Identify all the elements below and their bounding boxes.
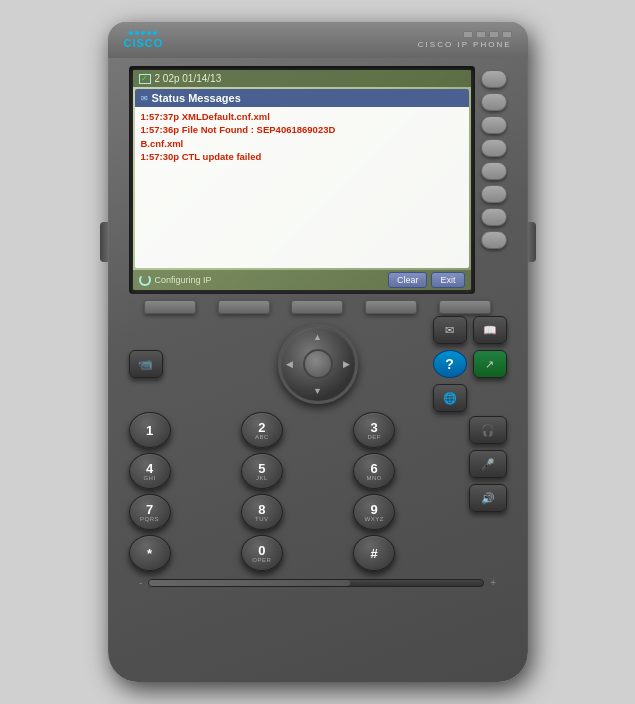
volume-slider[interactable] xyxy=(148,579,484,587)
win-btn-1 xyxy=(463,31,473,38)
transfer-icon: ↗ xyxy=(485,358,494,371)
key-star[interactable]: * xyxy=(129,535,171,571)
right-grip xyxy=(528,222,536,262)
mute-btn[interactable]: 🎤 xyxy=(469,450,507,478)
cisco-dots xyxy=(129,31,157,35)
transfer-btn[interactable]: ↗ xyxy=(473,350,507,378)
nav-down-icon[interactable]: ▼ xyxy=(313,386,322,396)
check-icon: ✓ xyxy=(141,74,148,83)
video-icon: 📹 xyxy=(138,357,153,371)
screen-header: ✓ 2 02p 01/14/13 xyxy=(133,70,471,87)
cisco-dot-4 xyxy=(147,31,151,35)
screen-content: ✓ 2 02p 01/14/13 ✉ Status Messages 1:57:… xyxy=(133,70,471,290)
right-btn-4[interactable] xyxy=(481,139,507,157)
win-btn-3 xyxy=(489,31,499,38)
right-btn-7[interactable] xyxy=(481,208,507,226)
right-btn-3[interactable] xyxy=(481,116,507,134)
status-title-row: ✉ Status Messages xyxy=(135,89,469,107)
keypad-grid: 1 2ABC 3DEF 4GHI 5JKL 6MNO 7PQRS 8TUV 9W… xyxy=(129,412,461,571)
key-7[interactable]: 7PQRS xyxy=(129,494,171,530)
status-msg-1: 1:57:37p XMLDefault.cnf.xml xyxy=(141,110,463,123)
cisco-dot-5 xyxy=(153,31,157,35)
right-btn-5[interactable] xyxy=(481,162,507,180)
func-btn-row-1: ✉ 📖 xyxy=(433,316,507,344)
screen-section: ✓ 2 02p 01/14/13 ✉ Status Messages 1:57:… xyxy=(129,66,507,294)
right-btn-2[interactable] xyxy=(481,93,507,111)
screen-bezel: ✓ 2 02p 01/14/13 ✉ Status Messages 1:57:… xyxy=(129,66,475,294)
help-btn[interactable]: ? xyxy=(433,350,467,378)
top-right-controls: CISCO IP PHONE xyxy=(418,31,512,49)
key-4[interactable]: 4GHI xyxy=(129,453,171,489)
config-ip-area: Configuring IP xyxy=(139,274,212,286)
status-msg-3: B.cnf.xml xyxy=(141,137,463,150)
keypad-section: 1 2ABC 3DEF 4GHI 5JKL 6MNO 7PQRS 8TUV 9W… xyxy=(129,412,507,571)
key-8[interactable]: 8TUV xyxy=(241,494,283,530)
key-2[interactable]: 2ABC xyxy=(241,412,283,448)
status-messages-list: 1:57:37p XMLDefault.cnf.xml 1:57:36p Fil… xyxy=(135,107,469,268)
status-title: Status Messages xyxy=(152,92,241,104)
config-status: Configuring IP xyxy=(155,275,212,285)
exit-button[interactable]: Exit xyxy=(431,272,464,288)
nav-section: 📹 ▲ ▼ ◀ ▶ ✉ 📖 ? xyxy=(129,324,507,404)
speaker-icon: 🔊 xyxy=(481,492,495,505)
vol-plus-label[interactable]: + xyxy=(490,577,496,588)
keypad-right: 🎧 🎤 🔊 xyxy=(469,412,507,571)
video-call-btn[interactable]: 📹 xyxy=(129,350,163,378)
left-grip xyxy=(100,222,108,262)
messages-btn[interactable]: ✉ xyxy=(433,316,467,344)
function-buttons-right: ✉ 📖 ? ↗ 🌐 xyxy=(433,316,507,412)
cisco-dot-2 xyxy=(135,31,139,35)
key-9[interactable]: 9WXYZ xyxy=(353,494,395,530)
win-btn-4 xyxy=(502,31,512,38)
key-6[interactable]: 6MNO xyxy=(353,453,395,489)
config-spinner-icon xyxy=(139,274,151,286)
vol-minus-label[interactable]: - xyxy=(139,577,142,588)
headset-icon: 🎧 xyxy=(481,424,495,437)
help-icon: ? xyxy=(445,356,454,372)
function-buttons-left: 📹 xyxy=(129,350,163,378)
softkey-4[interactable] xyxy=(365,300,417,314)
nav-right-icon[interactable]: ▶ xyxy=(343,359,350,369)
clear-button[interactable]: Clear xyxy=(388,272,428,288)
cisco-dot-1 xyxy=(129,31,133,35)
right-btn-1[interactable] xyxy=(481,70,507,88)
globe-icon: 🌐 xyxy=(443,392,457,405)
softkey-3[interactable] xyxy=(291,300,343,314)
messages-icon: ✉ xyxy=(445,324,454,337)
key-5[interactable]: 5JKL xyxy=(241,453,283,489)
nav-ring[interactable]: ▲ ▼ ◀ ▶ xyxy=(278,324,358,404)
softkey-1[interactable] xyxy=(144,300,196,314)
softkey-5[interactable] xyxy=(439,300,491,314)
func-btn-row-2: ? ↗ xyxy=(433,350,507,378)
screen-bottom: Configuring IP Clear Exit xyxy=(133,270,471,290)
mute-icon: 🎤 xyxy=(481,458,495,471)
right-btn-6[interactable] xyxy=(481,185,507,203)
win-btn-2 xyxy=(476,31,486,38)
func-btn-row-3: 🌐 xyxy=(433,384,507,412)
phone-body: CISCO CISCO IP PHONE ✓ 2 xyxy=(108,22,528,682)
volume-fill xyxy=(149,580,349,586)
nav-left-icon[interactable]: ◀ xyxy=(286,359,293,369)
speaker-btn[interactable]: 🔊 xyxy=(469,484,507,512)
nav-up-icon[interactable]: ▲ xyxy=(313,332,322,342)
right-btn-8[interactable] xyxy=(481,231,507,249)
status-icon: ✉ xyxy=(141,94,148,103)
key-pound[interactable]: # xyxy=(353,535,395,571)
status-msg-2: 1:57:36p File Not Found : SEP4061869023D xyxy=(141,123,463,136)
cisco-dot-3 xyxy=(141,31,145,35)
globe-btn[interactable]: 🌐 xyxy=(433,384,467,412)
screen-time: 2 02p 01/14/13 xyxy=(155,73,222,84)
nav-select-btn[interactable] xyxy=(303,349,333,379)
cisco-logo: CISCO xyxy=(124,31,164,49)
key-0[interactable]: 0OPER xyxy=(241,535,283,571)
contacts-icon: 📖 xyxy=(483,324,497,337)
contacts-btn[interactable]: 📖 xyxy=(473,316,507,344)
phone-screen: ✓ 2 02p 01/14/13 ✉ Status Messages 1:57:… xyxy=(133,70,471,290)
window-buttons xyxy=(463,31,512,38)
softkey-row xyxy=(133,300,503,314)
volume-section: - + xyxy=(139,577,496,588)
key-1[interactable]: 1 xyxy=(129,412,171,448)
softkey-2[interactable] xyxy=(218,300,270,314)
headset-btn[interactable]: 🎧 xyxy=(469,416,507,444)
key-3[interactable]: 3DEF xyxy=(353,412,395,448)
